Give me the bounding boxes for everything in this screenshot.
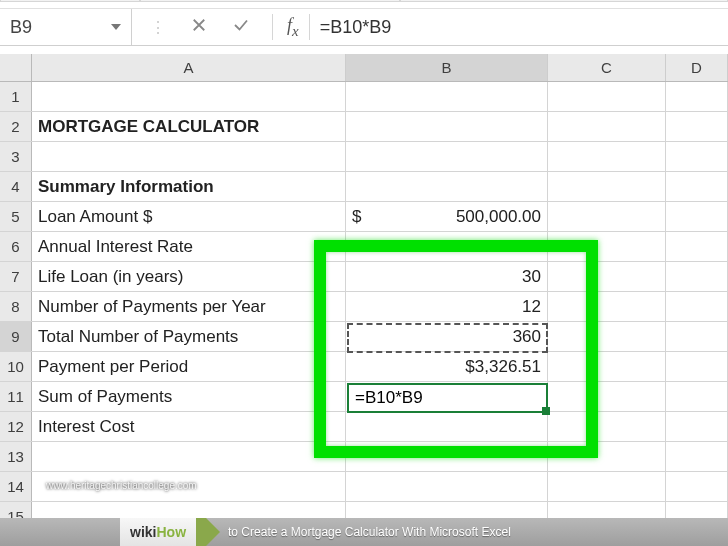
- name-box-dropdown-icon[interactable]: [111, 24, 121, 30]
- cell[interactable]: [346, 472, 548, 501]
- cell[interactable]: [548, 112, 666, 141]
- cell[interactable]: [32, 142, 346, 171]
- cell[interactable]: [548, 172, 666, 201]
- cell[interactable]: [666, 262, 728, 291]
- cancel-formula-icon[interactable]: [190, 16, 208, 38]
- row-header[interactable]: 12: [0, 412, 32, 441]
- row-header[interactable]: 3: [0, 142, 32, 171]
- currency-symbol: $: [352, 207, 361, 227]
- cell[interactable]: [548, 262, 666, 291]
- row-header[interactable]: 8: [0, 292, 32, 321]
- name-box-value: B9: [10, 17, 32, 38]
- cell-value[interactable]: [346, 412, 548, 441]
- cell-label[interactable]: Interest Cost: [32, 412, 346, 441]
- spreadsheet-grid: A B C D 1 2MORTGAGE CALCULATOR 3 4Summar…: [0, 54, 728, 546]
- divider: [272, 14, 273, 40]
- cell[interactable]: [666, 232, 728, 261]
- select-all-corner[interactable]: [0, 54, 32, 81]
- cell-label[interactable]: Number of Payments per Year: [32, 292, 346, 321]
- cell[interactable]: [666, 112, 728, 141]
- cell[interactable]: [548, 292, 666, 321]
- cell-label[interactable]: Loan Amount $: [32, 202, 346, 231]
- cell[interactable]: [32, 442, 346, 471]
- cell[interactable]: [666, 82, 728, 111]
- grid-rows: 1 2MORTGAGE CALCULATOR 3 4Summary Inform…: [0, 82, 728, 532]
- separator-dots-icon: ⋮: [150, 18, 166, 37]
- col-header-A[interactable]: A: [32, 54, 346, 81]
- cell[interactable]: [666, 472, 728, 501]
- cell[interactable]: [666, 412, 728, 441]
- ribbon-group-labels: Clipboard Font Alignment: [0, 0, 728, 2]
- wikihow-badge: wikiHow: [120, 518, 206, 546]
- cell[interactable]: [32, 82, 346, 111]
- formula-input[interactable]: =B10*B9: [314, 17, 728, 38]
- cell[interactable]: [666, 322, 728, 351]
- cell[interactable]: [666, 442, 728, 471]
- cell[interactable]: [666, 352, 728, 381]
- cell[interactable]: [666, 382, 728, 411]
- formula-bar-row: B9 ⋮ fx =B10*B9: [0, 8, 728, 46]
- row-header[interactable]: 10: [0, 352, 32, 381]
- cell[interactable]: [548, 82, 666, 111]
- cell[interactable]: [346, 82, 548, 111]
- col-header-B[interactable]: B: [346, 54, 548, 81]
- enter-formula-icon[interactable]: [232, 16, 250, 38]
- cell[interactable]: [346, 112, 548, 141]
- row-header[interactable]: 6: [0, 232, 32, 261]
- cell[interactable]: [346, 172, 548, 201]
- cell-value[interactable]: 7%: [346, 232, 548, 261]
- row-header[interactable]: 7: [0, 262, 32, 291]
- row-header[interactable]: 9: [0, 322, 32, 351]
- cell[interactable]: [548, 202, 666, 231]
- active-cell-B11[interactable]: =B10*B9: [347, 383, 548, 413]
- cell-label[interactable]: Sum of Payments: [32, 382, 346, 411]
- cell-label[interactable]: Total Number of Payments: [32, 322, 346, 351]
- col-header-C[interactable]: C: [548, 54, 666, 81]
- cell-value[interactable]: 12: [346, 292, 548, 321]
- cell[interactable]: [666, 142, 728, 171]
- brand-how: How: [156, 524, 186, 540]
- column-headers: A B C D: [0, 54, 728, 82]
- name-box[interactable]: B9: [0, 9, 132, 45]
- cell[interactable]: [548, 382, 666, 411]
- watermark-text: www.heritagechristiancollege.com: [46, 480, 197, 491]
- cell-value[interactable]: 360: [346, 322, 548, 351]
- brand-wiki: wiki: [130, 524, 156, 540]
- row-header[interactable]: 13: [0, 442, 32, 471]
- cell[interactable]: [666, 292, 728, 321]
- cell[interactable]: [548, 472, 666, 501]
- tutorial-footer: wikiHow to Create a Mortgage Calculator …: [0, 518, 728, 546]
- cell[interactable]: [666, 202, 728, 231]
- cell[interactable]: [548, 142, 666, 171]
- cell[interactable]: [346, 142, 548, 171]
- cell-value[interactable]: $3,326.51: [346, 352, 548, 381]
- row-header[interactable]: 5: [0, 202, 32, 231]
- cell-label[interactable]: Annual Interest Rate: [32, 232, 346, 261]
- cell-section[interactable]: Summary Information: [32, 172, 346, 201]
- cell-label[interactable]: Life Loan (in years): [32, 262, 346, 291]
- fx-icon[interactable]: fx: [287, 15, 299, 40]
- cell[interactable]: [548, 442, 666, 471]
- cell[interactable]: [548, 322, 666, 351]
- cell-value[interactable]: 30: [346, 262, 548, 291]
- row-header[interactable]: 11: [0, 382, 32, 411]
- currency-amount: 500,000.00: [456, 207, 541, 227]
- cell[interactable]: [548, 352, 666, 381]
- cell[interactable]: [548, 232, 666, 261]
- cell[interactable]: [548, 412, 666, 441]
- active-cell-content: =B10*B9: [355, 388, 423, 408]
- row-header[interactable]: 4: [0, 172, 32, 201]
- row-header[interactable]: 2: [0, 112, 32, 141]
- divider: [309, 14, 310, 40]
- row-header[interactable]: 1: [0, 82, 32, 111]
- cell[interactable]: [346, 442, 548, 471]
- cell-value[interactable]: $500,000.00: [346, 202, 548, 231]
- tutorial-title: to Create a Mortgage Calculator With Mic…: [228, 525, 511, 539]
- cell[interactable]: [666, 172, 728, 201]
- row-header[interactable]: 14: [0, 472, 32, 501]
- formula-tools: ⋮: [132, 16, 268, 38]
- cell-title[interactable]: MORTGAGE CALCULATOR: [32, 112, 346, 141]
- col-header-D[interactable]: D: [666, 54, 728, 81]
- cell-label[interactable]: Payment per Period: [32, 352, 346, 381]
